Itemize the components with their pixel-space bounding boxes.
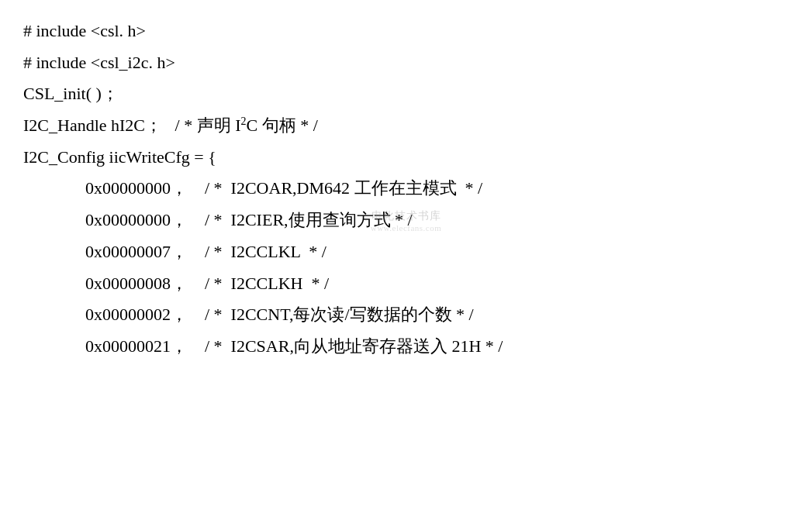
code-line-2: # include <csl_i2c. h> bbox=[23, 47, 789, 79]
code-text: 0x00000000， / * I2COAR,DM642 工作在主模式 * / bbox=[85, 173, 482, 205]
code-line-5: I2C_Config iicWriteCfg = { bbox=[23, 142, 789, 174]
code-text: # include <csl_i2c. h> bbox=[23, 47, 175, 79]
code-line-9: 0x00000008， / * I2CCLKH * / bbox=[23, 268, 789, 300]
code-line-3: CSL_init( )； bbox=[23, 78, 789, 110]
code-text: 0x00000000， / * I2CIER,使用查询方式 * / bbox=[85, 205, 413, 236]
code-line-7: 0x00000000， / * I2CIER,使用查询方式 * / bbox=[23, 205, 789, 236]
code-line-4: I2C_Handle hI2C； / * 声明 I2C 句柄 * / bbox=[23, 110, 789, 142]
code-block: # include <csl. h> # include <csl_i2c. h… bbox=[23, 16, 789, 363]
code-text: CSL_init( )； bbox=[23, 78, 119, 110]
code-text: # include <csl. h> bbox=[23, 16, 146, 47]
code-text: 0x00000008， / * I2CCLKH * / bbox=[85, 268, 329, 300]
code-line-10: 0x00000002， / * I2CCNT,每次读/写数据的个数 * / bbox=[23, 299, 789, 331]
code-text: I2C_Config iicWriteCfg = { bbox=[23, 142, 216, 174]
code-line-11: 0x00000021， / * I2CSAR,向从地址寄存器送入 21H * / bbox=[23, 331, 789, 363]
code-text: I2C_Handle hI2C； / * 声明 I2C 句柄 * / bbox=[23, 110, 318, 142]
code-text: 0x00000021， / * I2CSAR,向从地址寄存器送入 21H * / bbox=[85, 331, 503, 363]
code-text: 0x00000002， / * I2CCNT,每次读/写数据的个数 * / bbox=[85, 299, 474, 331]
code-text: 0x00000007， / * I2CCLKL * / bbox=[85, 236, 327, 268]
code-line-1: # include <csl. h> bbox=[23, 16, 789, 47]
code-line-6: 0x00000000， / * I2COAR,DM642 工作在主模式 * / bbox=[23, 173, 789, 205]
code-line-8: 0x00000007， / * I2CCLKL * / bbox=[23, 236, 789, 268]
